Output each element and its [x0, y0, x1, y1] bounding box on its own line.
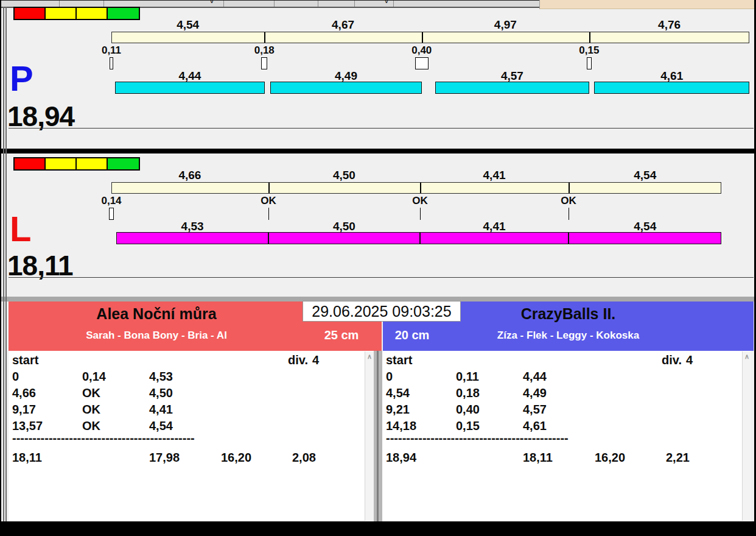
team-members: Sarah - Bona Bony - Bria - Al	[9, 330, 304, 342]
table-cell: 9,17	[12, 401, 36, 418]
dog-time-bar	[420, 232, 569, 244]
split-bar-divider	[569, 183, 570, 193]
timestamp: 29.06.2025 09:03:25	[303, 301, 461, 322]
division-value: 4	[312, 352, 319, 368]
scrollbar[interactable]: ∧	[742, 351, 751, 521]
start-label: start	[386, 352, 412, 368]
traffic-light-segment	[107, 157, 140, 171]
table-header-row: start div. 4	[9, 352, 374, 368]
dog-time-label: 4,54	[618, 220, 673, 233]
table-cell: 9,21	[386, 401, 410, 418]
table-cell: OK	[82, 385, 100, 401]
window-border	[5, 7, 7, 521]
lane-total-time: 18,11	[7, 252, 73, 280]
split-time-label: 4,66	[163, 169, 217, 182]
table-cell: 4,44	[523, 368, 547, 385]
split-time-label: 4,41	[467, 169, 522, 182]
lane-panel-left: L 18,11 4,664,504,414,540,14OKOKOK4,534,…	[0, 0, 756, 302]
table-separator: ----------------------------------------…	[12, 430, 377, 446]
split-bar-divider	[268, 183, 270, 193]
table-cell: 4,41	[149, 401, 173, 418]
table-cell: 0,18	[456, 385, 480, 401]
split-time-label: 4,50	[317, 169, 371, 182]
division-value: 4	[686, 352, 693, 368]
total-alt-2: 16,20	[221, 450, 251, 466]
team-name: Alea Noční můra	[9, 305, 304, 323]
split-bar-divider	[420, 183, 421, 193]
flyball-timing-window: ˅ ˅ P 18,94 4,544,674,974,760,110,180,40…	[0, 0, 756, 536]
table-cell: 4,49	[523, 385, 547, 401]
total-alt-2: 16,20	[595, 450, 625, 466]
table-cell: 4,53	[149, 368, 173, 385]
table-cell: OK	[82, 401, 100, 418]
table-row: 9,17OK4,41	[9, 401, 374, 418]
scroll-up-icon[interactable]: ∧	[743, 353, 751, 361]
traffic-light-segment	[75, 157, 109, 171]
changeover-ok-tick	[268, 208, 269, 220]
window-border	[0, 0, 1, 536]
table-cell: 0,11	[456, 368, 479, 385]
traffic-light-segment	[13, 157, 47, 171]
changeover-time-label: 0,14	[84, 195, 139, 207]
table-cell: 4,57	[523, 401, 547, 418]
table-cell: 0,40	[456, 401, 480, 418]
results-table-right: start div. 4 00,114,444,540,184,499,210,…	[382, 351, 751, 521]
division-label: div.	[288, 352, 308, 368]
scroll-up-icon[interactable]: ∧	[365, 353, 374, 361]
changeover-gap-box	[109, 208, 114, 220]
table-totals-row: 18,94 18,11 16,20 2,21	[382, 450, 751, 466]
total-diff: 2,21	[666, 450, 690, 466]
table-row: 9,210,404,57	[382, 401, 751, 418]
changeover-ok-tick	[569, 208, 569, 220]
table-divider-line	[377, 351, 379, 521]
total-alt-1: 18,11	[523, 450, 553, 466]
table-row: 00,144,53	[9, 368, 374, 385]
split-time-label: 4,54	[618, 169, 673, 182]
table-header-row: start div. 4	[382, 352, 751, 368]
table-separator: ----------------------------------------…	[386, 430, 755, 446]
scrollbar[interactable]: ∧	[365, 351, 374, 521]
jump-height-label: 20 cm	[383, 328, 441, 342]
changeover-time-label: OK	[241, 195, 296, 207]
divider-line	[9, 277, 754, 278]
dog-time-label: 4,50	[317, 220, 371, 233]
split-bar	[111, 182, 721, 194]
total-time: 18,11	[12, 450, 42, 466]
table-row: 00,114,44	[382, 368, 751, 385]
table-totals-row: 18,11 17,98 16,20 2,08	[9, 450, 374, 466]
jump-height-label: 25 cm	[304, 328, 379, 342]
division-label: div.	[662, 352, 682, 368]
results-table-left: start div. 4 00,144,534,66OK4,509,17OK4,…	[9, 351, 374, 521]
dog-time-label: 4,41	[467, 220, 522, 233]
total-diff: 2,08	[292, 450, 316, 466]
table-row: 4,66OK4,50	[9, 385, 374, 401]
table-row: 4,540,184,49	[382, 385, 751, 401]
total-time: 18,94	[386, 450, 416, 466]
table-cell: 0	[12, 368, 19, 385]
dog-time-bar	[268, 232, 420, 244]
dog-time-label: 4,53	[165, 220, 220, 233]
table-cell: 0	[386, 368, 393, 385]
start-label: start	[12, 352, 38, 368]
dog-time-bar	[569, 232, 721, 244]
table-cell: 4,66	[12, 385, 36, 401]
lane-letter: L	[10, 211, 31, 247]
table-cell: 4,54	[386, 385, 410, 401]
bottom-bar	[0, 521, 756, 536]
table-cell: 4,50	[149, 385, 173, 401]
window-border	[3, 7, 4, 521]
changeover-ok-tick	[420, 208, 421, 220]
table-cell: 0,14	[82, 368, 106, 385]
total-alt-1: 17,98	[149, 450, 180, 466]
changeover-time-label: OK	[541, 195, 596, 207]
changeover-time-label: OK	[393, 195, 447, 207]
dog-time-bar	[116, 232, 269, 244]
traffic-light-segment	[44, 157, 78, 171]
